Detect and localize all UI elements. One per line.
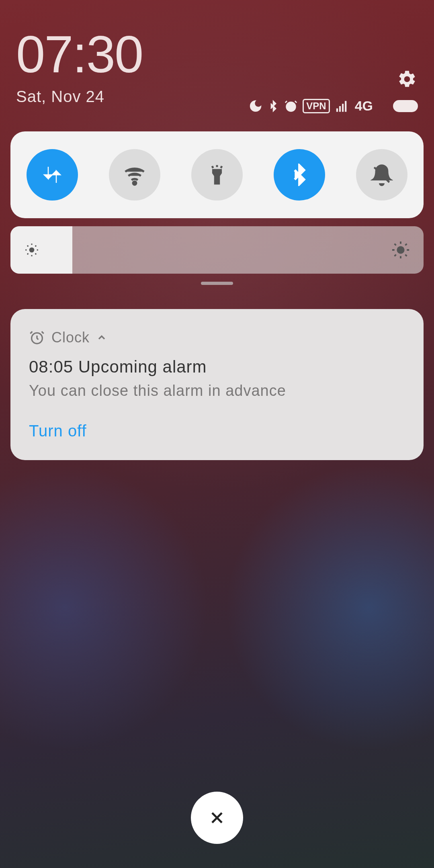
svg-line-10 (35, 246, 36, 246)
notification-action-turnoff[interactable]: Turn off (29, 422, 405, 440)
signal-icon (335, 99, 349, 113)
svg-line-17 (405, 255, 407, 256)
toggle-flashlight[interactable] (191, 149, 243, 201)
gear-icon (397, 69, 417, 89)
vpn-badge: VPN (303, 99, 330, 113)
quick-settings-panel (10, 131, 424, 218)
notification-card[interactable]: Clock 08:05 Upcoming alarm You can close… (10, 309, 424, 460)
toggle-bluetooth[interactable] (274, 149, 325, 201)
wifi-icon (122, 162, 147, 187)
clear-all-button[interactable] (191, 792, 243, 844)
bluetooth-icon (288, 164, 311, 186)
clock-icon (29, 330, 45, 346)
brightness-high-icon (391, 241, 410, 259)
battery-icon (393, 100, 418, 112)
toggle-dnd[interactable] (356, 149, 407, 201)
toggle-mobile-data[interactable] (27, 149, 78, 201)
bell-off-icon (371, 164, 393, 186)
svg-line-16 (395, 244, 396, 246)
alarm-status-icon (284, 99, 298, 113)
header: 07:30 Sat, Nov 24 VPN 4G (0, 0, 434, 106)
notification-app-name: Clock (51, 329, 90, 346)
data-arrows-status-icon (378, 100, 387, 112)
brightness-low-icon (24, 242, 39, 258)
network-label: 4G (355, 98, 373, 114)
settings-button[interactable] (396, 68, 418, 90)
toggle-wifi[interactable] (109, 149, 160, 201)
notification-title: 08:05 Upcoming alarm (29, 357, 405, 377)
brightness-slider[interactable] (10, 226, 424, 274)
moon-icon (249, 99, 262, 113)
svg-line-19 (405, 244, 407, 246)
clock-time: 07:30 (16, 28, 418, 80)
notification-body: You can close this alarm in advance (29, 382, 405, 399)
data-arrows-icon (40, 163, 64, 187)
panel-drag-handle[interactable] (201, 282, 233, 285)
brightness-fill (10, 226, 72, 274)
svg-line-8 (35, 254, 36, 254)
svg-line-7 (27, 246, 28, 246)
flashlight-icon (205, 163, 229, 186)
svg-point-1 (133, 182, 136, 185)
chevron-up-icon (96, 332, 107, 343)
bluetooth-status-icon (267, 99, 279, 113)
svg-point-11 (397, 246, 404, 254)
notification-header[interactable]: Clock (29, 329, 405, 346)
status-bar: VPN 4G (249, 98, 418, 114)
svg-point-2 (29, 248, 35, 253)
svg-line-9 (27, 254, 28, 254)
svg-line-18 (395, 255, 396, 256)
close-icon (207, 808, 227, 827)
